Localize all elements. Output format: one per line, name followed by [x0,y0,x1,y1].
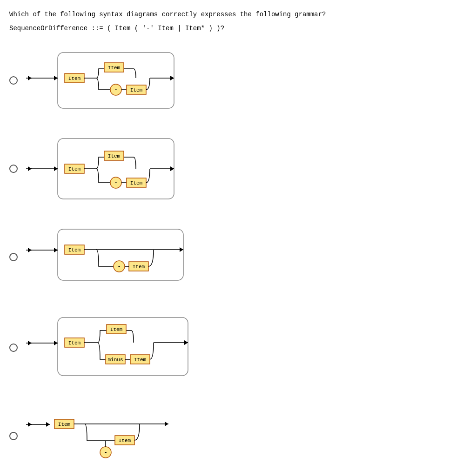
option-4-row: Item Item minus Item [9,313,447,383]
svg-marker-16 [170,76,174,80]
option-1-row: Item Item - Item [9,48,447,113]
radio-option-2[interactable] [9,165,18,173]
svg-text:Item: Item [68,340,81,346]
svg-text:minus: minus [107,357,123,363]
svg-rect-34 [58,229,183,280]
radio-option-5[interactable] [9,432,18,440]
svg-marker-4 [28,76,32,80]
svg-marker-38 [28,248,32,252]
svg-text:Item: Item [68,166,81,172]
diagram-3: Item - Item [24,225,201,290]
diagram-2: Item Item - Item [24,136,178,201]
svg-marker-68 [46,422,50,427]
svg-marker-54 [28,341,32,345]
option-5-row: Item Item - [9,406,447,466]
diagram-5: Item Item - [24,406,182,466]
svg-marker-33 [170,166,174,171]
svg-marker-70 [28,422,32,427]
svg-text:Item: Item [130,180,143,186]
options-container: Item Item - Item [9,48,447,471]
svg-text:-: - [114,180,117,186]
diagram-4: Item Item minus Item [24,313,201,383]
option-3-row: Item - Item [9,225,447,290]
svg-marker-19 [54,166,58,171]
svg-marker-21 [28,166,32,171]
radio-option-1[interactable] [9,76,18,85]
svg-text:Item: Item [134,357,147,363]
svg-marker-52 [54,341,58,345]
question-text: Which of the following syntax diagrams c… [9,9,447,34]
svg-marker-81 [165,422,168,426]
svg-marker-2 [54,76,58,80]
svg-text:-: - [117,264,121,270]
svg-text:Item: Item [108,153,121,159]
grammar-line: SequenceOrDifference ::= ( Item ( '-' It… [9,23,447,33]
svg-marker-36 [54,248,58,252]
radio-option-4[interactable] [9,344,18,352]
svg-text:Item: Item [130,87,143,93]
svg-text:Item: Item [110,327,123,332]
svg-text:Item: Item [68,76,81,81]
diagram-1: Item Item - Item [24,48,178,113]
svg-text:Item: Item [58,422,71,427]
svg-text:-: - [104,450,107,456]
svg-text:-: - [114,87,117,93]
option-2-row: Item Item - Item [9,136,447,201]
question-line1: Which of the following syntax diagrams c… [9,9,447,20]
svg-text:Item: Item [119,438,131,443]
radio-option-3[interactable] [9,253,18,261]
svg-text:Item: Item [68,247,81,253]
svg-text:Item: Item [133,264,145,270]
svg-marker-66 [184,340,188,345]
svg-text:Item: Item [108,65,121,71]
svg-marker-49 [180,247,183,252]
